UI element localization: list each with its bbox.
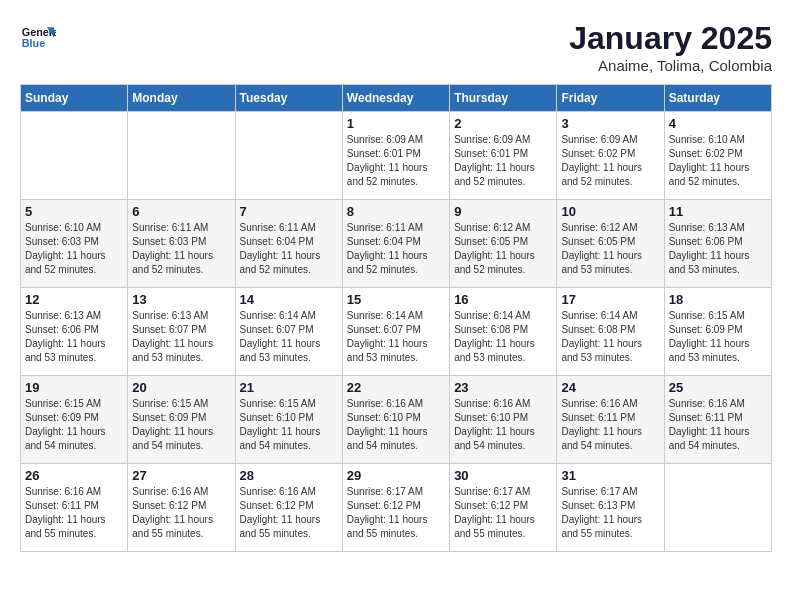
day-info: Sunrise: 6:14 AM Sunset: 6:08 PM Dayligh… (561, 309, 659, 365)
day-info: Sunrise: 6:11 AM Sunset: 6:04 PM Dayligh… (240, 221, 338, 277)
calendar-cell: 25Sunrise: 6:16 AM Sunset: 6:11 PM Dayli… (664, 376, 771, 464)
calendar-cell (664, 464, 771, 552)
header-thursday: Thursday (450, 85, 557, 112)
calendar-cell: 23Sunrise: 6:16 AM Sunset: 6:10 PM Dayli… (450, 376, 557, 464)
day-info: Sunrise: 6:11 AM Sunset: 6:03 PM Dayligh… (132, 221, 230, 277)
calendar-cell: 14Sunrise: 6:14 AM Sunset: 6:07 PM Dayli… (235, 288, 342, 376)
day-number: 8 (347, 204, 445, 219)
calendar-cell: 8Sunrise: 6:11 AM Sunset: 6:04 PM Daylig… (342, 200, 449, 288)
header-monday: Monday (128, 85, 235, 112)
day-number: 12 (25, 292, 123, 307)
calendar-cell (235, 112, 342, 200)
calendar-cell: 24Sunrise: 6:16 AM Sunset: 6:11 PM Dayli… (557, 376, 664, 464)
day-info: Sunrise: 6:14 AM Sunset: 6:07 PM Dayligh… (347, 309, 445, 365)
calendar-cell: 18Sunrise: 6:15 AM Sunset: 6:09 PM Dayli… (664, 288, 771, 376)
day-number: 3 (561, 116, 659, 131)
header-sunday: Sunday (21, 85, 128, 112)
day-info: Sunrise: 6:13 AM Sunset: 6:06 PM Dayligh… (669, 221, 767, 277)
day-info: Sunrise: 6:16 AM Sunset: 6:12 PM Dayligh… (240, 485, 338, 541)
day-number: 15 (347, 292, 445, 307)
day-number: 13 (132, 292, 230, 307)
day-number: 28 (240, 468, 338, 483)
calendar-cell: 30Sunrise: 6:17 AM Sunset: 6:12 PM Dayli… (450, 464, 557, 552)
calendar-cell: 16Sunrise: 6:14 AM Sunset: 6:08 PM Dayli… (450, 288, 557, 376)
day-info: Sunrise: 6:10 AM Sunset: 6:02 PM Dayligh… (669, 133, 767, 189)
day-number: 19 (25, 380, 123, 395)
calendar-cell: 28Sunrise: 6:16 AM Sunset: 6:12 PM Dayli… (235, 464, 342, 552)
calendar-cell: 6Sunrise: 6:11 AM Sunset: 6:03 PM Daylig… (128, 200, 235, 288)
calendar-cell: 19Sunrise: 6:15 AM Sunset: 6:09 PM Dayli… (21, 376, 128, 464)
day-number: 26 (25, 468, 123, 483)
day-info: Sunrise: 6:17 AM Sunset: 6:12 PM Dayligh… (347, 485, 445, 541)
title-area: January 2025 Anaime, Tolima, Colombia (569, 20, 772, 74)
day-info: Sunrise: 6:16 AM Sunset: 6:10 PM Dayligh… (347, 397, 445, 453)
svg-text:Blue: Blue (22, 37, 45, 49)
calendar-subtitle: Anaime, Tolima, Colombia (569, 57, 772, 74)
calendar-header: Sunday Monday Tuesday Wednesday Thursday… (21, 85, 772, 112)
day-info: Sunrise: 6:16 AM Sunset: 6:11 PM Dayligh… (25, 485, 123, 541)
calendar-cell: 10Sunrise: 6:12 AM Sunset: 6:05 PM Dayli… (557, 200, 664, 288)
day-number: 4 (669, 116, 767, 131)
day-number: 27 (132, 468, 230, 483)
day-number: 17 (561, 292, 659, 307)
day-number: 25 (669, 380, 767, 395)
day-info: Sunrise: 6:09 AM Sunset: 6:01 PM Dayligh… (347, 133, 445, 189)
day-number: 7 (240, 204, 338, 219)
day-number: 31 (561, 468, 659, 483)
day-info: Sunrise: 6:12 AM Sunset: 6:05 PM Dayligh… (561, 221, 659, 277)
calendar-table: Sunday Monday Tuesday Wednesday Thursday… (20, 84, 772, 552)
day-info: Sunrise: 6:16 AM Sunset: 6:10 PM Dayligh… (454, 397, 552, 453)
day-number: 14 (240, 292, 338, 307)
day-info: Sunrise: 6:09 AM Sunset: 6:02 PM Dayligh… (561, 133, 659, 189)
day-info: Sunrise: 6:15 AM Sunset: 6:09 PM Dayligh… (669, 309, 767, 365)
calendar-cell: 3Sunrise: 6:09 AM Sunset: 6:02 PM Daylig… (557, 112, 664, 200)
calendar-cell: 22Sunrise: 6:16 AM Sunset: 6:10 PM Dayli… (342, 376, 449, 464)
day-number: 5 (25, 204, 123, 219)
calendar-cell: 13Sunrise: 6:13 AM Sunset: 6:07 PM Dayli… (128, 288, 235, 376)
day-number: 20 (132, 380, 230, 395)
day-number: 23 (454, 380, 552, 395)
header-saturday: Saturday (664, 85, 771, 112)
calendar-cell: 12Sunrise: 6:13 AM Sunset: 6:06 PM Dayli… (21, 288, 128, 376)
calendar-cell: 29Sunrise: 6:17 AM Sunset: 6:12 PM Dayli… (342, 464, 449, 552)
header-wednesday: Wednesday (342, 85, 449, 112)
day-info: Sunrise: 6:16 AM Sunset: 6:11 PM Dayligh… (561, 397, 659, 453)
day-info: Sunrise: 6:13 AM Sunset: 6:07 PM Dayligh… (132, 309, 230, 365)
day-info: Sunrise: 6:14 AM Sunset: 6:07 PM Dayligh… (240, 309, 338, 365)
header-tuesday: Tuesday (235, 85, 342, 112)
calendar-body: 1Sunrise: 6:09 AM Sunset: 6:01 PM Daylig… (21, 112, 772, 552)
calendar-cell: 17Sunrise: 6:14 AM Sunset: 6:08 PM Dayli… (557, 288, 664, 376)
logo-icon: General Blue (20, 20, 56, 56)
calendar-cell: 27Sunrise: 6:16 AM Sunset: 6:12 PM Dayli… (128, 464, 235, 552)
day-number: 2 (454, 116, 552, 131)
day-info: Sunrise: 6:15 AM Sunset: 6:09 PM Dayligh… (132, 397, 230, 453)
day-number: 1 (347, 116, 445, 131)
day-info: Sunrise: 6:13 AM Sunset: 6:06 PM Dayligh… (25, 309, 123, 365)
day-number: 10 (561, 204, 659, 219)
day-info: Sunrise: 6:09 AM Sunset: 6:01 PM Dayligh… (454, 133, 552, 189)
calendar-cell (21, 112, 128, 200)
header-friday: Friday (557, 85, 664, 112)
day-info: Sunrise: 6:11 AM Sunset: 6:04 PM Dayligh… (347, 221, 445, 277)
calendar-cell: 21Sunrise: 6:15 AM Sunset: 6:10 PM Dayli… (235, 376, 342, 464)
calendar-cell: 9Sunrise: 6:12 AM Sunset: 6:05 PM Daylig… (450, 200, 557, 288)
day-number: 21 (240, 380, 338, 395)
calendar-cell: 5Sunrise: 6:10 AM Sunset: 6:03 PM Daylig… (21, 200, 128, 288)
calendar-cell: 26Sunrise: 6:16 AM Sunset: 6:11 PM Dayli… (21, 464, 128, 552)
day-number: 30 (454, 468, 552, 483)
calendar-title: January 2025 (569, 20, 772, 57)
calendar-cell: 15Sunrise: 6:14 AM Sunset: 6:07 PM Dayli… (342, 288, 449, 376)
calendar-cell: 7Sunrise: 6:11 AM Sunset: 6:04 PM Daylig… (235, 200, 342, 288)
calendar-cell: 4Sunrise: 6:10 AM Sunset: 6:02 PM Daylig… (664, 112, 771, 200)
calendar-cell: 11Sunrise: 6:13 AM Sunset: 6:06 PM Dayli… (664, 200, 771, 288)
calendar-cell: 1Sunrise: 6:09 AM Sunset: 6:01 PM Daylig… (342, 112, 449, 200)
day-number: 29 (347, 468, 445, 483)
day-number: 9 (454, 204, 552, 219)
logo: General Blue (20, 20, 56, 56)
day-info: Sunrise: 6:14 AM Sunset: 6:08 PM Dayligh… (454, 309, 552, 365)
calendar-cell: 2Sunrise: 6:09 AM Sunset: 6:01 PM Daylig… (450, 112, 557, 200)
day-number: 11 (669, 204, 767, 219)
page-header: General Blue January 2025 Anaime, Tolima… (20, 20, 772, 74)
day-number: 18 (669, 292, 767, 307)
day-number: 24 (561, 380, 659, 395)
